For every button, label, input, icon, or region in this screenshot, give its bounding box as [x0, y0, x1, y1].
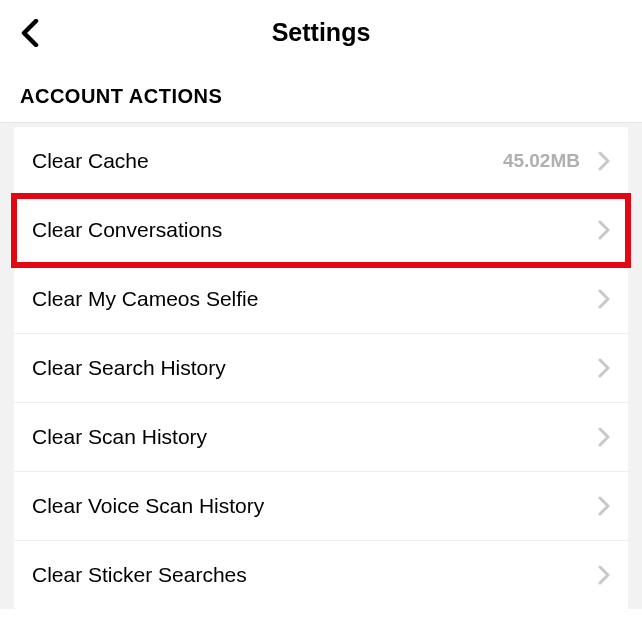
list-item-clear-voice-scan-history[interactable]: Clear Voice Scan History: [14, 472, 628, 541]
chevron-right-icon: [598, 496, 610, 516]
item-label: Clear Conversations: [32, 218, 598, 242]
list-item-clear-cache[interactable]: Clear Cache 45.02MB: [14, 127, 628, 196]
item-value: 45.02MB: [503, 150, 580, 172]
list-box: Clear Cache 45.02MB Clear Conversations …: [14, 127, 628, 609]
list-item-clear-conversations[interactable]: Clear Conversations: [14, 196, 628, 265]
item-label: Clear Sticker Searches: [32, 563, 598, 587]
list-item-clear-search-history[interactable]: Clear Search History: [14, 334, 628, 403]
list-item-clear-cameos-selfie[interactable]: Clear My Cameos Selfie: [14, 265, 628, 334]
list-item-clear-scan-history[interactable]: Clear Scan History: [14, 403, 628, 472]
header: Settings: [0, 0, 642, 61]
list-item-clear-sticker-searches[interactable]: Clear Sticker Searches: [14, 541, 628, 609]
chevron-right-icon: [598, 151, 610, 171]
chevron-right-icon: [598, 427, 610, 447]
item-label: Clear Voice Scan History: [32, 494, 598, 518]
item-label: Clear Search History: [32, 356, 598, 380]
chevron-right-icon: [598, 565, 610, 585]
section-header: ACCOUNT ACTIONS: [0, 61, 642, 122]
chevron-left-icon: [20, 19, 42, 47]
chevron-right-icon: [598, 289, 610, 309]
item-label: Clear Cache: [32, 149, 503, 173]
item-label: Clear My Cameos Selfie: [32, 287, 598, 311]
chevron-right-icon: [598, 358, 610, 378]
back-button[interactable]: [20, 19, 42, 47]
page-title: Settings: [20, 18, 622, 47]
list-container: Clear Cache 45.02MB Clear Conversations …: [0, 122, 642, 609]
chevron-right-icon: [598, 220, 610, 240]
item-label: Clear Scan History: [32, 425, 598, 449]
